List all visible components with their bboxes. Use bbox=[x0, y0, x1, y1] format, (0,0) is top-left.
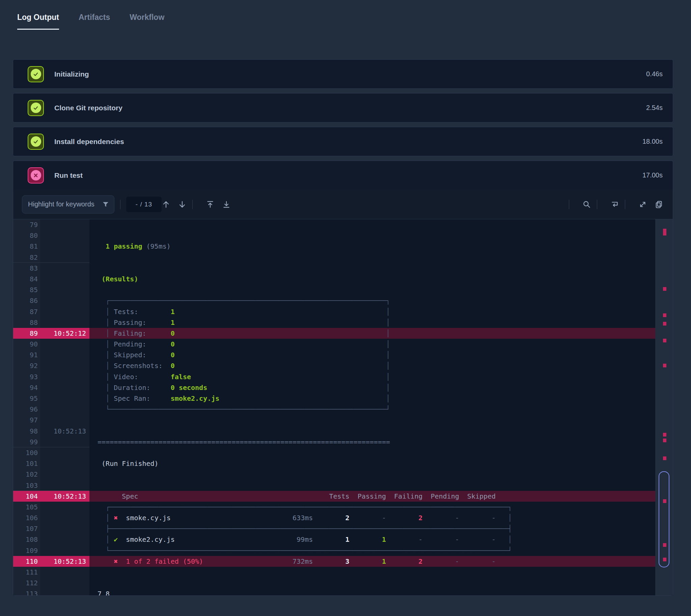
line-timestamp bbox=[40, 241, 89, 252]
log-viewer: 798081 1 passing (95ms)828384 (Results)8… bbox=[13, 219, 673, 595]
scroll-to-top-button[interactable] bbox=[206, 200, 215, 209]
line-content bbox=[89, 219, 673, 230]
step-header[interactable]: Initializing 0.46s bbox=[13, 60, 673, 88]
line-number[interactable]: 95 bbox=[13, 393, 40, 404]
line-number[interactable]: 93 bbox=[13, 371, 40, 382]
log-line: 9810:52:13 bbox=[13, 426, 673, 437]
line-number[interactable]: 89 bbox=[13, 328, 40, 339]
check-icon bbox=[31, 136, 41, 147]
next-match-button[interactable] bbox=[178, 200, 187, 209]
line-number[interactable]: 88 bbox=[13, 317, 40, 328]
step-duration: 0.46s bbox=[646, 70, 663, 78]
tab-log-output[interactable]: Log Output bbox=[17, 13, 59, 30]
line-content: │ Spec Ran: smoke2.cy.js │ bbox=[89, 393, 673, 404]
line-content: │ Screenshots: 0 │ bbox=[89, 360, 673, 371]
line-number[interactable]: 96 bbox=[13, 404, 40, 415]
step-duration: 2.54s bbox=[646, 104, 663, 112]
line-timestamp bbox=[40, 350, 89, 360]
line-content: └───────────────────────────────────────… bbox=[89, 404, 673, 415]
tab-bar: Log Output Artifacts Workflow bbox=[13, 13, 673, 30]
line-content: │ Skipped: 0 │ bbox=[89, 350, 673, 360]
line-number[interactable]: 109 bbox=[13, 545, 40, 556]
expand-button[interactable] bbox=[639, 200, 647, 209]
log-line: 109 └───────────────────────────────────… bbox=[13, 545, 673, 556]
log-line: 11010:52:13 ✖ 1 of 2 failed (50%) 732ms … bbox=[13, 556, 673, 567]
line-number[interactable]: 105 bbox=[13, 502, 40, 512]
log-line: 96 └────────────────────────────────────… bbox=[13, 404, 673, 415]
step-card-run-test: Run test 17.00s Highlight for keywords -… bbox=[13, 160, 673, 596]
line-number[interactable]: 108 bbox=[13, 534, 40, 545]
line-number[interactable]: 106 bbox=[13, 512, 40, 523]
copy-button[interactable] bbox=[654, 200, 663, 209]
step-header[interactable]: Run test 17.00s bbox=[13, 161, 673, 190]
line-number[interactable]: 113 bbox=[13, 588, 40, 595]
line-number[interactable]: 98 bbox=[13, 426, 40, 437]
step-card-initializing[interactable]: Initializing 0.46s bbox=[13, 59, 673, 89]
line-number[interactable]: 84 bbox=[13, 273, 40, 284]
minimap-marker bbox=[663, 313, 666, 317]
line-number[interactable]: 107 bbox=[13, 523, 40, 534]
step-header[interactable]: Clone Git repository 2.54s bbox=[13, 93, 673, 122]
log-line: 111 bbox=[13, 567, 673, 577]
log-line: 80 bbox=[13, 230, 673, 241]
wrap-lines-button[interactable] bbox=[610, 200, 619, 209]
log-minimap[interactable] bbox=[655, 219, 673, 595]
line-content: ├───────────────────────────────────────… bbox=[89, 523, 673, 534]
log-line: 82 bbox=[13, 252, 673, 263]
line-number[interactable]: 110 bbox=[13, 556, 40, 567]
step-card-install-dependencies[interactable]: Install dependencies 18.00s bbox=[13, 127, 673, 156]
tab-workflow[interactable]: Workflow bbox=[130, 13, 164, 30]
step-header[interactable]: Install dependencies 18.00s bbox=[13, 127, 673, 156]
line-number[interactable]: 112 bbox=[13, 577, 40, 588]
log-toolbar: Highlight for keywords - / 13 bbox=[13, 190, 673, 219]
line-number[interactable]: 85 bbox=[13, 284, 40, 295]
highlight-keywords-input[interactable]: Highlight for keywords bbox=[22, 195, 114, 214]
log-line: 101 (Run Finished) bbox=[13, 458, 673, 469]
line-number[interactable]: 81 bbox=[13, 241, 40, 252]
line-number[interactable]: 102 bbox=[13, 469, 40, 480]
line-number[interactable]: 79 bbox=[13, 219, 40, 230]
line-content bbox=[89, 447, 673, 458]
previous-match-button[interactable] bbox=[161, 200, 170, 209]
line-number[interactable]: 91 bbox=[13, 350, 40, 360]
check-icon bbox=[31, 69, 41, 79]
minimap-scrollbar-thumb[interactable] bbox=[658, 471, 669, 567]
scroll-to-bottom-button[interactable] bbox=[222, 200, 231, 209]
line-content bbox=[89, 480, 673, 491]
minimap-marker bbox=[663, 322, 666, 326]
line-number[interactable]: 83 bbox=[13, 263, 40, 273]
tab-artifacts[interactable]: Artifacts bbox=[79, 13, 110, 30]
match-counter: - / 13 bbox=[126, 197, 161, 212]
search-button[interactable] bbox=[582, 200, 591, 209]
wrap-lines-icon bbox=[610, 200, 619, 209]
log-line: 86 ┌────────────────────────────────────… bbox=[13, 295, 673, 306]
line-timestamp bbox=[40, 404, 89, 415]
line-number[interactable]: 111 bbox=[13, 567, 40, 577]
line-content: ✖ 1 of 2 failed (50%) 732ms 3 1 2 - - bbox=[89, 556, 673, 567]
status-passed-icon bbox=[28, 100, 44, 116]
line-number[interactable]: 94 bbox=[13, 382, 40, 393]
log-line: 91 │ Skipped: 0 │ bbox=[13, 350, 673, 360]
line-number[interactable]: 104 bbox=[13, 491, 40, 502]
line-number[interactable]: 80 bbox=[13, 230, 40, 241]
line-number[interactable]: 92 bbox=[13, 360, 40, 371]
line-timestamp: 10:52:13 bbox=[40, 556, 89, 567]
line-number[interactable]: 101 bbox=[13, 458, 40, 469]
line-number[interactable]: 103 bbox=[13, 480, 40, 491]
minimap-marker bbox=[663, 229, 666, 236]
build-log-page: Log Output Artifacts Workflow Initializi… bbox=[0, 0, 691, 596]
log-line: 113 7 8 bbox=[13, 588, 673, 595]
status-passed-icon bbox=[28, 66, 44, 82]
log-line: 84 (Results) bbox=[13, 273, 673, 284]
line-number[interactable]: 82 bbox=[13, 252, 40, 263]
step-card-clone-git-repository[interactable]: Clone Git repository 2.54s bbox=[13, 93, 673, 123]
line-number[interactable]: 87 bbox=[13, 306, 40, 317]
line-number[interactable]: 86 bbox=[13, 295, 40, 306]
line-number[interactable]: 90 bbox=[13, 339, 40, 350]
line-content: ┌───────────────────────────────────────… bbox=[89, 295, 673, 306]
step-title: Initializing bbox=[54, 70, 89, 78]
line-number[interactable]: 99 bbox=[13, 437, 40, 447]
line-number[interactable]: 97 bbox=[13, 415, 40, 425]
line-content: │ Tests: 1 │ bbox=[89, 306, 673, 317]
line-number[interactable]: 100 bbox=[13, 447, 40, 458]
